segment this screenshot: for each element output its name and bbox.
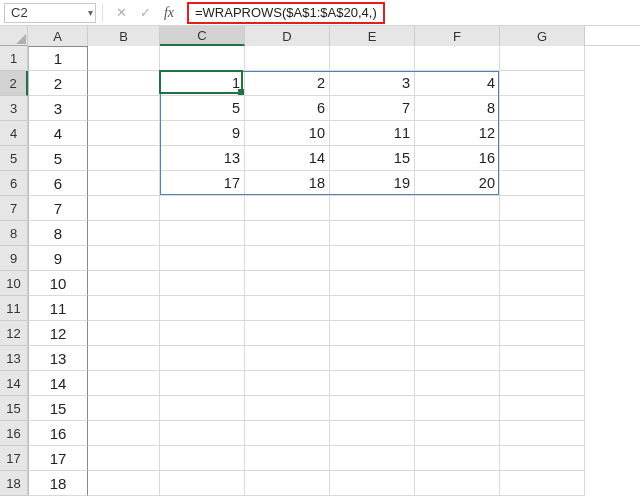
row-header-16[interactable]: 16 bbox=[0, 421, 28, 446]
cell-C15[interactable] bbox=[160, 396, 245, 421]
cell-G15[interactable] bbox=[500, 396, 585, 421]
row-header-18[interactable]: 18 bbox=[0, 471, 28, 496]
cell-E18[interactable] bbox=[330, 471, 415, 496]
cell-B12[interactable] bbox=[88, 321, 160, 346]
cell-G17[interactable] bbox=[500, 446, 585, 471]
cell-E1[interactable] bbox=[330, 46, 415, 71]
row-header-10[interactable]: 10 bbox=[0, 271, 28, 296]
cell-C17[interactable] bbox=[160, 446, 245, 471]
cell-G3[interactable] bbox=[500, 96, 585, 121]
cell-C8[interactable] bbox=[160, 221, 245, 246]
cell-A8[interactable]: 8 bbox=[28, 221, 88, 246]
cell-B8[interactable] bbox=[88, 221, 160, 246]
cell-C1[interactable] bbox=[160, 46, 245, 71]
cell-F13[interactable] bbox=[415, 346, 500, 371]
cell-G4[interactable] bbox=[500, 121, 585, 146]
cell-E8[interactable] bbox=[330, 221, 415, 246]
cell-D8[interactable] bbox=[245, 221, 330, 246]
cell-F12[interactable] bbox=[415, 321, 500, 346]
cell-B15[interactable] bbox=[88, 396, 160, 421]
cell-E9[interactable] bbox=[330, 246, 415, 271]
cell-D9[interactable] bbox=[245, 246, 330, 271]
cell-F16[interactable] bbox=[415, 421, 500, 446]
cell-B17[interactable] bbox=[88, 446, 160, 471]
cell-B14[interactable] bbox=[88, 371, 160, 396]
cell-E16[interactable] bbox=[330, 421, 415, 446]
cell-C4[interactable]: 9 bbox=[160, 121, 245, 146]
name-box[interactable]: C2 ▾ bbox=[4, 3, 96, 23]
cell-B1[interactable] bbox=[88, 46, 160, 71]
column-header-C[interactable]: C bbox=[160, 26, 245, 46]
cell-G1[interactable] bbox=[500, 46, 585, 71]
cell-D4[interactable]: 10 bbox=[245, 121, 330, 146]
cell-C14[interactable] bbox=[160, 371, 245, 396]
formula-input[interactable]: =WRAPROWS($A$1:$A$20,4,) bbox=[187, 2, 385, 24]
chevron-down-icon[interactable]: ▾ bbox=[88, 7, 93, 18]
cell-G13[interactable] bbox=[500, 346, 585, 371]
cell-A2[interactable]: 2 bbox=[28, 71, 88, 96]
cell-G12[interactable] bbox=[500, 321, 585, 346]
cell-C11[interactable] bbox=[160, 296, 245, 321]
cell-C5[interactable]: 13 bbox=[160, 146, 245, 171]
cell-A3[interactable]: 3 bbox=[28, 96, 88, 121]
fx-icon[interactable]: fx bbox=[161, 5, 177, 21]
column-header-F[interactable]: F bbox=[415, 26, 500, 46]
column-header-A[interactable]: A bbox=[28, 26, 88, 46]
cancel-icon[interactable]: ✕ bbox=[113, 5, 129, 20]
cell-E5[interactable]: 15 bbox=[330, 146, 415, 171]
cell-A10[interactable]: 10 bbox=[28, 271, 88, 296]
cell-G5[interactable] bbox=[500, 146, 585, 171]
cell-B2[interactable] bbox=[88, 71, 160, 96]
row-header-1[interactable]: 1 bbox=[0, 46, 28, 71]
cell-A13[interactable]: 13 bbox=[28, 346, 88, 371]
cell-B13[interactable] bbox=[88, 346, 160, 371]
row-header-2[interactable]: 2 bbox=[0, 71, 28, 96]
cell-E6[interactable]: 19 bbox=[330, 171, 415, 196]
cell-B7[interactable] bbox=[88, 196, 160, 221]
cell-B11[interactable] bbox=[88, 296, 160, 321]
cell-F2[interactable]: 4 bbox=[415, 71, 500, 96]
cell-C13[interactable] bbox=[160, 346, 245, 371]
cell-G7[interactable] bbox=[500, 196, 585, 221]
row-header-7[interactable]: 7 bbox=[0, 196, 28, 221]
cell-A16[interactable]: 16 bbox=[28, 421, 88, 446]
cell-F3[interactable]: 8 bbox=[415, 96, 500, 121]
cell-D13[interactable] bbox=[245, 346, 330, 371]
cell-D6[interactable]: 18 bbox=[245, 171, 330, 196]
cell-E4[interactable]: 11 bbox=[330, 121, 415, 146]
cell-D18[interactable] bbox=[245, 471, 330, 496]
row-header-3[interactable]: 3 bbox=[0, 96, 28, 121]
cell-E15[interactable] bbox=[330, 396, 415, 421]
select-all-corner[interactable] bbox=[0, 26, 28, 46]
cell-D2[interactable]: 2 bbox=[245, 71, 330, 96]
cell-C18[interactable] bbox=[160, 471, 245, 496]
cell-F8[interactable] bbox=[415, 221, 500, 246]
cell-B3[interactable] bbox=[88, 96, 160, 121]
cell-F10[interactable] bbox=[415, 271, 500, 296]
cell-D16[interactable] bbox=[245, 421, 330, 446]
row-header-13[interactable]: 13 bbox=[0, 346, 28, 371]
cell-F9[interactable] bbox=[415, 246, 500, 271]
cell-D5[interactable]: 14 bbox=[245, 146, 330, 171]
cell-A12[interactable]: 12 bbox=[28, 321, 88, 346]
cell-C12[interactable] bbox=[160, 321, 245, 346]
cell-E10[interactable] bbox=[330, 271, 415, 296]
cell-D15[interactable] bbox=[245, 396, 330, 421]
row-header-11[interactable]: 11 bbox=[0, 296, 28, 321]
row-header-17[interactable]: 17 bbox=[0, 446, 28, 471]
cell-C6[interactable]: 17 bbox=[160, 171, 245, 196]
cell-E11[interactable] bbox=[330, 296, 415, 321]
cell-E3[interactable]: 7 bbox=[330, 96, 415, 121]
cell-D10[interactable] bbox=[245, 271, 330, 296]
cell-C10[interactable] bbox=[160, 271, 245, 296]
cell-D7[interactable] bbox=[245, 196, 330, 221]
cell-G6[interactable] bbox=[500, 171, 585, 196]
column-header-D[interactable]: D bbox=[245, 26, 330, 46]
cell-G8[interactable] bbox=[500, 221, 585, 246]
row-header-8[interactable]: 8 bbox=[0, 221, 28, 246]
cell-G18[interactable] bbox=[500, 471, 585, 496]
cell-F14[interactable] bbox=[415, 371, 500, 396]
cell-G2[interactable] bbox=[500, 71, 585, 96]
cell-B18[interactable] bbox=[88, 471, 160, 496]
row-header-14[interactable]: 14 bbox=[0, 371, 28, 396]
